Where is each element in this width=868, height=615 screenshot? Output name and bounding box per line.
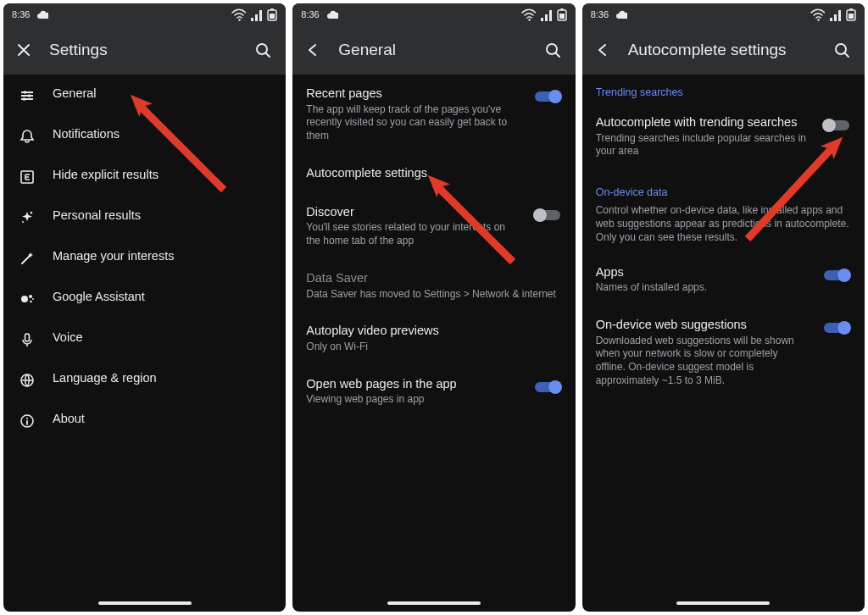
wifi-icon	[520, 8, 536, 21]
setting-autocomplete-trending[interactable]: Autocomplete with trending searches Tren…	[582, 103, 865, 169]
explicit-icon	[17, 167, 37, 186]
row-subtitle: Data Saver has moved to Settings > Netwo…	[306, 288, 561, 302]
section-trending-searches: Trending searches	[582, 75, 865, 103]
appbar: General	[292, 25, 575, 75]
battery-icon	[844, 7, 856, 22]
wand-icon	[17, 248, 37, 267]
row-label: About	[53, 411, 272, 427]
page-title: Settings	[44, 41, 248, 59]
statusbar: 8:36	[292, 3, 575, 25]
info-icon	[17, 411, 37, 429]
row-subtitle: You'll see stories related to your inter…	[306, 221, 517, 247]
close-button[interactable]	[15, 42, 44, 58]
section-on-device-desc: Control whether on-device data, like ins…	[582, 203, 865, 253]
row-title: Autocomplete with trending searches	[596, 114, 807, 130]
setting-open-web-pages[interactable]: Open web pages in the app Viewing web pa…	[292, 365, 575, 418]
toggle-open-web-pages[interactable]	[533, 380, 562, 395]
setting-apps[interactable]: Apps Names of installed apps.	[582, 253, 865, 306]
assistant-icon	[17, 289, 37, 308]
close-icon	[15, 42, 32, 58]
signal-icon	[249, 8, 262, 21]
toggle-recent-pages[interactable]	[533, 89, 562, 104]
search-button[interactable]	[248, 42, 277, 58]
wifi-icon	[231, 8, 246, 21]
settings-list: General Notifications Hide explicit resu…	[3, 75, 286, 612]
row-label: Google Assistant	[53, 289, 272, 305]
section-on-device-data: On-device data	[582, 169, 865, 203]
row-subtitle: Trending searches include popular search…	[596, 132, 807, 158]
row-title: Apps	[596, 264, 807, 280]
status-time: 8:36	[12, 9, 30, 19]
settings-item-language-region[interactable]: Language & region	[3, 359, 286, 400]
nav-pill[interactable]	[98, 601, 192, 605]
row-title: Autocomplete settings	[306, 165, 561, 181]
row-label: Manage your interests	[53, 248, 272, 264]
row-subtitle: Names of installed apps.	[596, 281, 807, 295]
cloud-icon	[614, 8, 627, 20]
toggle-apps[interactable]	[822, 268, 851, 283]
row-subtitle: Only on Wi-Fi	[306, 341, 561, 354]
wifi-icon	[810, 8, 825, 21]
sliders-icon	[17, 86, 37, 104]
signal-icon	[539, 8, 552, 21]
search-icon	[544, 42, 561, 58]
settings-item-notifications[interactable]: Notifications	[3, 115, 286, 156]
battery-icon	[265, 7, 277, 22]
phone-settings: 8:36 Settings General Notifications Hide…	[3, 3, 286, 612]
settings-item-about[interactable]: About	[3, 400, 286, 440]
toggle-trending[interactable]	[822, 118, 851, 133]
row-title: Data Saver	[306, 270, 561, 286]
settings-item-manage-interests[interactable]: Manage your interests	[3, 237, 286, 278]
setting-autoplay-previews[interactable]: Autoplay video previews Only on Wi-Fi	[292, 312, 575, 364]
settings-item-voice[interactable]: Voice	[3, 319, 286, 359]
row-label: General	[53, 86, 272, 102]
row-subtitle: The app will keep track of the pages you…	[306, 103, 517, 143]
cloud-icon	[35, 8, 48, 20]
page-title: General	[333, 41, 537, 59]
general-list: Recent pages The app will keep track of …	[292, 75, 575, 612]
setting-discover[interactable]: Discover You'll see stories related to y…	[292, 193, 575, 259]
back-button[interactable]	[304, 42, 333, 58]
statusbar: 8:36	[3, 3, 286, 25]
search-button[interactable]	[538, 42, 567, 58]
bell-icon	[17, 126, 37, 145]
cloud-icon	[325, 8, 338, 20]
toggle-web-suggestions[interactable]	[822, 320, 851, 335]
row-label: Notifications	[53, 126, 272, 142]
row-title: On-device web suggestions	[596, 317, 807, 333]
row-label: Hide explicit results	[53, 167, 272, 183]
back-icon	[594, 42, 611, 58]
phone-general: 8:36 General Recent pages The app will k…	[292, 3, 575, 612]
status-time: 8:36	[301, 9, 319, 19]
setting-web-suggestions[interactable]: On-device web suggestions Downloaded web…	[582, 306, 865, 398]
back-icon	[304, 42, 321, 58]
row-subtitle: Downloaded web suggestions will be shown…	[596, 335, 807, 387]
setting-autocomplete[interactable]: Autocomplete settings	[292, 154, 575, 193]
settings-item-google-assistant[interactable]: Google Assistant	[3, 278, 286, 319]
search-icon	[254, 42, 271, 58]
settings-item-hide-explicit[interactable]: Hide explicit results	[3, 156, 286, 197]
appbar: Settings	[3, 25, 286, 75]
back-button[interactable]	[594, 42, 623, 58]
toggle-discover[interactable]	[533, 208, 562, 223]
statusbar: 8:36	[582, 3, 865, 25]
search-icon	[833, 42, 850, 58]
globe-icon	[17, 370, 37, 389]
row-label: Voice	[53, 330, 272, 346]
search-button[interactable]	[827, 42, 856, 58]
sparkle-icon	[17, 208, 37, 226]
signal-icon	[828, 8, 841, 21]
status-time: 8:36	[591, 9, 609, 19]
nav-pill[interactable]	[387, 601, 481, 605]
battery-icon	[555, 7, 567, 22]
row-title: Discover	[306, 204, 517, 220]
row-label: Personal results	[53, 208, 272, 224]
settings-item-general[interactable]: General	[3, 75, 286, 115]
settings-item-personal-results[interactable]: Personal results	[3, 197, 286, 237]
row-title: Open web pages in the app	[306, 376, 517, 392]
mic-icon	[17, 330, 37, 348]
setting-recent-pages[interactable]: Recent pages The app will keep track of …	[292, 75, 575, 154]
nav-pill[interactable]	[676, 601, 770, 605]
autocomplete-list: Trending searches Autocomplete with tren…	[582, 75, 865, 612]
page-title: Autocomplete settings	[623, 41, 827, 59]
